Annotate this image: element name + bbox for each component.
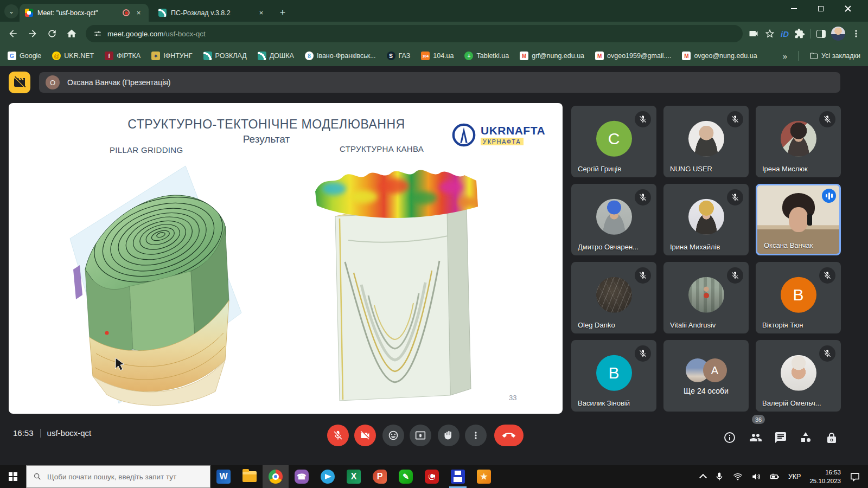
browser-menu-icon[interactable] [851,28,861,39]
taskbar-app-chrome[interactable] [263,465,289,488]
bookmark-item[interactable]: ✦ІФНТУНГ [151,52,192,60]
avatar [688,277,724,313]
search-input[interactable] [47,473,194,481]
participant-tile[interactable]: Ірена Мислюк [756,106,841,177]
participant-name: Дмитро Овчарен... [578,243,639,251]
url-path: /usf-bocx-qct [164,30,206,38]
chat-panel-button[interactable] [771,428,790,447]
participant-tile[interactable]: Oleg Danko [571,262,656,333]
tray-mic-icon[interactable] [714,472,724,481]
id-extension-icon[interactable]: iD [781,29,789,38]
tray-battery-icon[interactable] [770,472,780,481]
bookmark-item[interactable]: РОЗКЛАД [203,52,247,60]
bookmark-item[interactable]: @UKR.NET [52,52,94,60]
bookmark-item[interactable]: 104104.ua [421,52,454,60]
participant-tile[interactable]: B Василик Зіновій [571,340,656,412]
participant-tile[interactable]: C Сергій Гриців [571,106,656,177]
action-center-icon[interactable] [850,471,860,482]
tab-camera-in-use-icon[interactable] [748,28,759,39]
taskbar-app-save-active[interactable] [445,465,471,488]
close-icon[interactable]: × [134,8,143,17]
home-button[interactable] [63,25,80,42]
taskbar-app-powerpoint[interactable]: P [367,465,393,488]
more-options-button[interactable] [465,425,487,446]
activities-button[interactable] [796,428,815,447]
camera-toggle-button[interactable] [354,425,376,446]
people-panel-button[interactable] [746,428,765,447]
bookmark-item[interactable]: Movgeo@nung.edu.ua [682,52,757,60]
bookmark-item[interactable]: Mgrf@nung.edu.ua [520,52,584,60]
site-settings-icon[interactable] [93,29,102,38]
taskbar-app-c-red[interactable]: C [419,465,445,488]
participant-tile[interactable]: Vitalii Andrusiv [663,262,749,333]
all-bookmarks-button[interactable]: Усі закладки [809,52,860,60]
taskbar-app-telegram[interactable] [315,465,341,488]
taskbar-app-viber[interactable]: ☎ [289,465,315,488]
more-people-tile[interactable]: A Ще 24 особи [663,340,749,412]
taskbar-app-explorer[interactable] [237,465,263,488]
bookmark-item[interactable]: SГАЗ [387,52,411,60]
tab-rozklad[interactable]: ПС-Розклад v.3.8.2 × [153,4,271,22]
window-maximize-button[interactable] [808,0,833,17]
bookmark-item[interactable]: fФІРТКА [105,52,141,60]
participant-tile[interactable]: B Вікторія Тюн [756,262,841,333]
taskbar-app-excel[interactable]: X [341,465,367,488]
new-tab-button[interactable]: + [276,5,290,20]
bookmark-item[interactable]: Movgeo1959@gmail.... [595,52,671,60]
bookmark-item[interactable]: +Tabletki.ua [464,52,509,60]
meeting-details-button[interactable] [720,428,739,447]
tray-wifi-icon[interactable] [733,472,743,481]
taskbar-app-star[interactable]: ★ [471,465,497,488]
tab-search-button[interactable]: ⌄ [4,4,18,18]
presentation-warning-icon[interactable] [9,72,30,93]
taskbar-app-word[interactable]: W [210,465,237,488]
address-bar[interactable]: meet.google.com/usf-bocx-qct [86,25,743,42]
bookmark-star-icon[interactable] [764,28,775,39]
meeting-info: 16:53 usf-bocx-qct [13,428,91,438]
participant-tile[interactable]: Дмитро Овчарен... [571,184,656,255]
mic-muted-icon [727,111,743,127]
participant-tile[interactable]: NUNG USER [663,106,749,177]
close-icon[interactable]: × [257,8,266,17]
structural-canvas-model [312,159,483,406]
participant-tile[interactable]: Ірина Михайлів [663,184,749,255]
side-panel-icon[interactable] [816,30,826,38]
raise-hand-button[interactable] [438,425,459,446]
window-close-button[interactable] [835,0,860,17]
participant-name: Вікторія Тюн [762,321,803,329]
reload-button[interactable] [43,25,61,42]
slide-page-number: 33 [509,394,516,402]
leave-call-button[interactable] [494,425,524,446]
back-button[interactable] [4,25,22,42]
window-minimize-button[interactable] [781,0,806,17]
bookmark-item[interactable]: GGoogle [8,52,41,60]
tab-title: Meet: "usf-bocx-qct" [37,9,118,17]
bookmark-favicon: + [464,52,473,60]
tray-show-hidden-icons[interactable] [699,474,707,481]
extensions-puzzle-icon[interactable] [794,28,805,39]
bookmark-item[interactable]: 8Івано-Франківськ... [305,52,376,60]
mic-toggle-button[interactable] [327,425,349,446]
taskbar-search[interactable] [26,465,210,488]
tab-meet[interactable]: Meet: "usf-bocx-qct" × [20,4,149,22]
bookmark-favicon: ✦ [151,52,160,60]
tray-language-indicator[interactable]: УКР [788,473,801,480]
tray-volume-icon[interactable] [751,472,761,481]
bookmarks-overflow-button[interactable]: » [783,52,787,61]
forward-button[interactable] [24,25,41,42]
bookmark-item[interactable]: ДОШКА [258,52,294,60]
present-button[interactable] [410,425,431,446]
mic-muted-icon [635,267,651,284]
profile-avatar[interactable] [831,27,845,41]
reactions-button[interactable] [382,425,404,446]
host-controls-button[interactable] [822,428,841,447]
taskbar-app-notes[interactable]: ✎ [393,465,419,488]
start-button[interactable] [0,465,26,488]
avatar [688,121,724,157]
meet-favicon [25,9,33,17]
participant-tile[interactable]: Валерій Омельч... [756,340,841,412]
participant-name: Oleg Danko [578,321,615,329]
meeting-time: 16:53 [13,428,34,438]
tray-clock[interactable]: 16:53 25.10.2023 [809,468,841,485]
participant-tile-speaking[interactable]: Оксана Ванчак [756,184,841,255]
